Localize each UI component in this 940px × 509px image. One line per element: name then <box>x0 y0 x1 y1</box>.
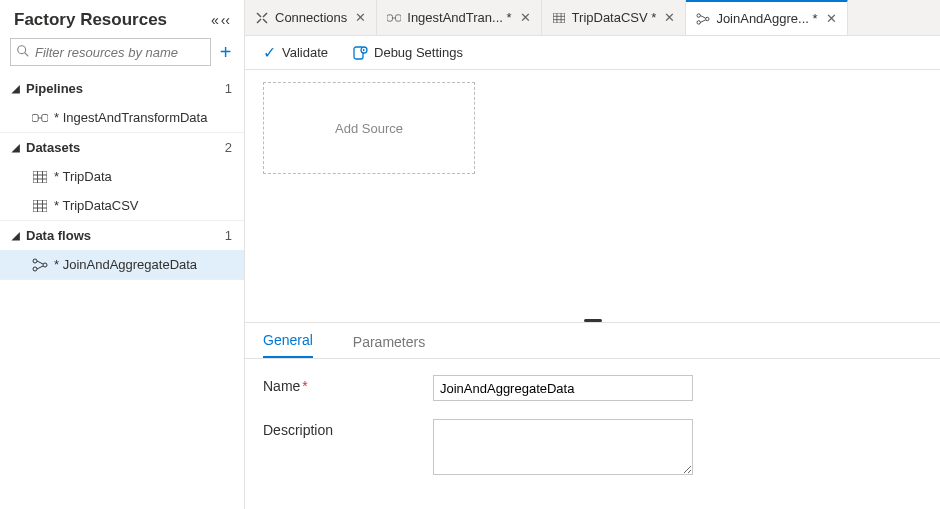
svg-rect-27 <box>553 13 565 23</box>
svg-point-33 <box>697 20 700 23</box>
sidebar-title: Factory Resources <box>14 10 167 30</box>
debug-settings-button[interactable]: Debug Settings <box>352 45 463 61</box>
property-label: Name* <box>263 375 433 394</box>
chevron-left-icon: « <box>211 12 219 28</box>
chevron-left-icon: ‹‹ <box>221 12 230 28</box>
button-label: Validate <box>282 45 328 60</box>
tab-ingestandtransform[interactable]: IngestAndTran... * ✕ <box>377 0 541 35</box>
tree-item-label: * TripData <box>54 169 112 184</box>
description-input[interactable] <box>433 419 693 475</box>
pipeline-icon <box>387 11 401 25</box>
dataset-icon <box>32 200 48 212</box>
svg-rect-24 <box>387 14 392 20</box>
svg-point-17 <box>43 263 47 267</box>
search-icon <box>16 44 30 58</box>
svg-line-23 <box>263 13 267 17</box>
svg-point-32 <box>697 13 700 16</box>
properties-body: Name* Description <box>245 359 940 509</box>
tree-item-tripdata[interactable]: * TripData <box>0 162 244 191</box>
tree-group-count: 2 <box>225 140 232 155</box>
svg-line-22 <box>257 19 261 23</box>
tab-label: TripDataCSV * <box>572 10 657 25</box>
tree-group-header-dataflows[interactable]: ◢ Data flows 1 <box>0 221 244 250</box>
dataflow-icon <box>32 258 48 272</box>
svg-line-20 <box>257 13 261 17</box>
pipeline-icon <box>32 112 48 124</box>
tree-group-count: 1 <box>225 81 232 96</box>
tree-group-pipelines: ◢ Pipelines 1 * IngestAndTransformData <box>0 74 244 133</box>
tab-label: Connections <box>275 10 347 25</box>
chevron-down-icon: ◢ <box>12 83 20 94</box>
svg-point-34 <box>706 17 709 20</box>
tab-label: IngestAndTran... * <box>407 10 511 25</box>
debug-icon <box>352 45 368 61</box>
dataset-icon <box>552 11 566 25</box>
svg-line-35 <box>701 15 706 18</box>
filter-input[interactable] <box>10 38 211 66</box>
tree-item-label: * JoinAndAggregateData <box>54 257 197 272</box>
properties-tab-general[interactable]: General <box>263 332 313 358</box>
svg-line-19 <box>37 266 43 269</box>
svg-line-18 <box>37 261 43 264</box>
property-label: Description <box>263 419 433 438</box>
svg-line-21 <box>263 19 267 23</box>
dataflow-icon <box>696 12 710 26</box>
chevron-down-icon: ◢ <box>12 142 20 153</box>
svg-rect-2 <box>32 114 38 121</box>
validate-button[interactable]: ✓ Validate <box>263 43 328 62</box>
tree-group-label: Pipelines <box>26 81 83 96</box>
toolbar: ✓ Validate Debug Settings <box>245 36 940 70</box>
editor-tabs: Connections ✕ IngestAndTran... * ✕ TripD… <box>245 0 940 36</box>
tab-connections[interactable]: Connections ✕ <box>245 0 377 35</box>
tree-group-datasets: ◢ Datasets 2 * TripData * TripDataCSV <box>0 133 244 221</box>
checkmark-icon: ✓ <box>263 43 276 62</box>
dataflow-canvas[interactable]: Add Source <box>245 70 940 318</box>
tree-item-label: * TripDataCSV <box>54 198 139 213</box>
properties-tabs: General Parameters <box>245 323 940 359</box>
tree-item-joinandaggregatedata[interactable]: * JoinAndAggregateData <box>0 250 244 279</box>
property-row-description: Description <box>263 419 922 475</box>
properties-panel: General Parameters Name* Description <box>245 322 940 509</box>
filter-row: + <box>0 38 244 74</box>
close-icon[interactable]: ✕ <box>353 10 366 25</box>
name-input[interactable] <box>433 375 693 401</box>
tree-group-header-datasets[interactable]: ◢ Datasets 2 <box>0 133 244 162</box>
close-icon[interactable]: ✕ <box>824 11 837 26</box>
tree-item-ingestandtransformdata[interactable]: * IngestAndTransformData <box>0 103 244 132</box>
tree-item-label: * IngestAndTransformData <box>54 110 207 125</box>
chevron-down-icon: ◢ <box>12 230 20 241</box>
svg-rect-3 <box>42 114 48 121</box>
sidebar-header: Factory Resources « ‹‹ <box>0 0 244 38</box>
tree-group-label: Datasets <box>26 140 80 155</box>
svg-rect-5 <box>33 171 47 183</box>
resource-tree: ◢ Pipelines 1 * IngestAndTransformData ◢… <box>0 74 244 509</box>
tree-group-dataflows: ◢ Data flows 1 * JoinAndAggregateData <box>0 221 244 280</box>
svg-line-36 <box>701 19 706 22</box>
sidebar: Factory Resources « ‹‹ + ◢ Pipelines 1 <box>0 0 245 509</box>
connections-icon <box>255 11 269 25</box>
tab-tripdatacsv[interactable]: TripDataCSV * ✕ <box>542 0 687 35</box>
tab-joinandaggregate[interactable]: JoinAndAggre... * ✕ <box>686 0 847 35</box>
add-resource-button[interactable]: + <box>217 41 234 64</box>
svg-point-0 <box>18 46 26 54</box>
tree-group-count: 1 <box>225 228 232 243</box>
tab-label: JoinAndAggre... * <box>716 11 817 26</box>
close-icon[interactable]: ✕ <box>662 10 675 25</box>
tree-group-label: Data flows <box>26 228 91 243</box>
svg-point-16 <box>33 267 37 271</box>
property-row-name: Name* <box>263 375 922 401</box>
tree-item-tripdatacsv[interactable]: * TripDataCSV <box>0 191 244 220</box>
collapse-sidebar-button[interactable]: « ‹‹ <box>211 12 230 28</box>
svg-rect-25 <box>396 14 401 20</box>
properties-tab-parameters[interactable]: Parameters <box>353 334 425 358</box>
svg-line-1 <box>25 53 29 57</box>
svg-point-15 <box>33 259 37 263</box>
required-indicator: * <box>302 378 307 394</box>
main: Connections ✕ IngestAndTran... * ✕ TripD… <box>245 0 940 509</box>
tree-group-header-pipelines[interactable]: ◢ Pipelines 1 <box>0 74 244 103</box>
button-label: Debug Settings <box>374 45 463 60</box>
close-icon[interactable]: ✕ <box>518 10 531 25</box>
dataset-icon <box>32 171 48 183</box>
svg-rect-10 <box>33 200 47 212</box>
add-source-button[interactable]: Add Source <box>263 82 475 174</box>
